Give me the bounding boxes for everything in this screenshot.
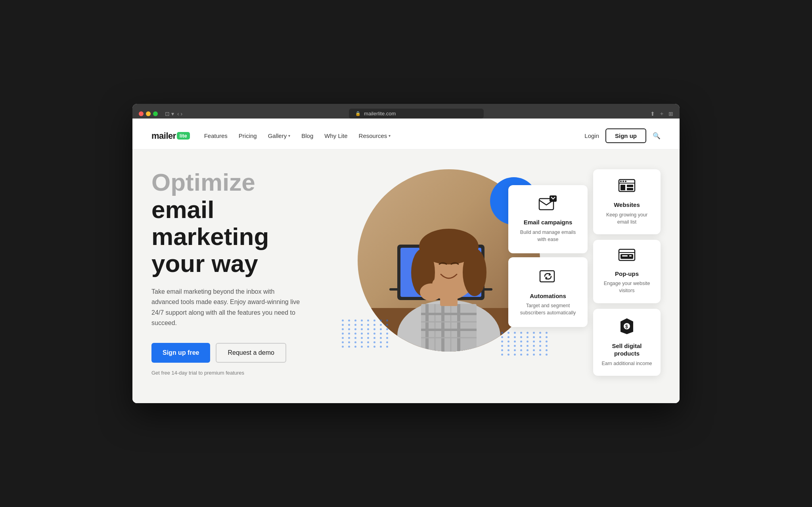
email-campaigns-icon [538, 195, 557, 214]
login-link[interactable]: Login [584, 132, 599, 139]
nav-links: Features Pricing Gallery ▾ Blog Why Lite… [204, 132, 585, 139]
feature-cards-left-column: Email campaigns Build and manage emails … [508, 185, 588, 376]
address-bar-container: 🔒 mailerlite.com [187, 109, 645, 119]
svg-text:$: $ [625, 324, 628, 329]
email-campaigns-desc: Build and manage emails with ease [517, 229, 579, 243]
hero-title-line2: email marketing [151, 196, 334, 250]
sell-digital-desc: Earn additional income [601, 360, 652, 367]
nav-gallery[interactable]: Gallery ▾ [268, 132, 291, 139]
sell-digital-icon: $ [619, 318, 635, 337]
dots-pattern-left: const dpLeft = document.currentScript.cl… [342, 320, 390, 348]
back-arrow-icon[interactable]: ‹ [177, 111, 179, 117]
svg-rect-28 [620, 185, 625, 190]
browser-window: ⊡ ▾ ‹ › 🔒 mailerlite.com ⬆ ＋ ⊞ [132, 104, 680, 403]
traffic-lights [139, 111, 158, 116]
signup-free-button[interactable]: Sign up free [151, 343, 210, 363]
feature-cards-right-column: Websites Keep growing your email list [593, 169, 661, 376]
svg-point-22 [432, 277, 450, 291]
hero-buttons: Sign up free Request a demo [151, 343, 334, 363]
url-display: mailerlite.com [364, 111, 396, 117]
automations-icon [539, 268, 557, 287]
nav-why-lite[interactable]: Why Lite [324, 132, 347, 139]
maximize-button[interactable] [153, 111, 158, 116]
browser-titlebar: ⊡ ▾ ‹ › 🔒 mailerlite.com ⬆ ＋ ⊞ [139, 109, 673, 119]
email-campaigns-title: Email campaigns [524, 218, 573, 226]
sell-digital-card[interactable]: $ Sell digital products Earn additional … [593, 309, 661, 376]
hero-title: Optimize email marketing your way [151, 169, 334, 277]
nav-features[interactable]: Features [204, 132, 228, 139]
nav-signup-button[interactable]: Sign up [605, 128, 646, 143]
svg-point-32 [622, 181, 624, 182]
nav-blog[interactable]: Blog [301, 132, 313, 139]
share-icon[interactable]: ⬆ [650, 111, 655, 117]
grid-icon[interactable]: ⊞ [668, 111, 673, 117]
svg-rect-37 [622, 255, 628, 256]
websites-title: Websites [614, 201, 640, 209]
svg-rect-30 [627, 188, 633, 190]
email-campaigns-card[interactable]: Email campaigns Build and manage emails … [508, 185, 588, 253]
svg-point-33 [625, 181, 626, 182]
close-button[interactable] [139, 111, 144, 116]
svg-rect-29 [627, 185, 633, 187]
logo-area[interactable]: mailer lite [151, 131, 190, 141]
address-bar[interactable]: 🔒 mailerlite.com [349, 109, 484, 119]
popups-card[interactable]: Pop-ups Engage your website visitors [593, 240, 661, 303]
hero-visual: const dpLeft = document.currentScript.cl… [334, 165, 661, 379]
hero-trial-text: Get free 14-day trial to premium feature… [151, 370, 334, 376]
browser-controls: ⊡ ▾ ‹ › [165, 111, 182, 117]
resources-chevron-icon: ▾ [389, 134, 391, 138]
websites-icon [618, 178, 636, 196]
popups-title: Pop-ups [615, 270, 639, 278]
browser-chrome: ⊡ ▾ ‹ › 🔒 mailerlite.com ⬆ ＋ ⊞ [132, 104, 680, 119]
nav-pricing[interactable]: Pricing [239, 132, 257, 139]
browser-actions: ⬆ ＋ ⊞ [650, 110, 673, 117]
main-nav: mailer lite Features Pricing Gallery ▾ B… [132, 122, 680, 149]
gallery-chevron-icon: ▾ [288, 134, 290, 138]
hero-title-optimize: Optimize [151, 169, 334, 196]
nav-arrows: ‹ › [177, 111, 182, 117]
sidebar-toggle-icon[interactable]: ⊡ ▾ [165, 111, 174, 117]
hero-title-line3: your way [151, 250, 334, 277]
hero-left: Optimize email marketing your way Take e… [151, 169, 334, 375]
logo-text: mailer [151, 131, 176, 141]
svg-rect-6 [421, 304, 477, 352]
svg-point-20 [463, 249, 486, 296]
new-tab-icon[interactable]: ＋ [659, 110, 665, 117]
websites-card[interactable]: Websites Keep growing your email list [593, 169, 661, 234]
logo-badge: lite [177, 132, 190, 140]
hero-section: Optimize email marketing your way Take e… [132, 149, 680, 403]
svg-rect-25 [540, 271, 554, 282]
websites-desc: Keep growing your email list [601, 211, 653, 226]
minimize-button[interactable] [146, 111, 151, 116]
feature-cards-container: Email campaigns Build and manage emails … [508, 169, 661, 376]
sell-digital-title: Sell digital products [601, 342, 653, 358]
svg-point-31 [620, 181, 622, 182]
nav-actions: Login Sign up 🔍 [584, 128, 661, 143]
website-content: mailer lite Features Pricing Gallery ▾ B… [132, 122, 680, 403]
forward-arrow-icon[interactable]: › [181, 111, 183, 117]
popups-icon [618, 249, 636, 265]
svg-rect-38 [629, 255, 632, 256]
nav-resources[interactable]: Resources ▾ [359, 132, 391, 139]
automations-card[interactable]: Automations Target and segment subscribe… [508, 257, 588, 327]
nav-search-icon[interactable]: 🔍 [653, 132, 661, 140]
request-demo-button[interactable]: Request a demo [216, 343, 286, 363]
hero-description: Take email marketing beyond the inbox wi… [151, 287, 302, 329]
automations-desc: Target and segment subscribers automatic… [517, 302, 579, 316]
popups-desc: Engage your website visitors [601, 280, 653, 294]
lock-icon: 🔒 [355, 111, 361, 116]
automations-title: Automations [530, 292, 566, 300]
